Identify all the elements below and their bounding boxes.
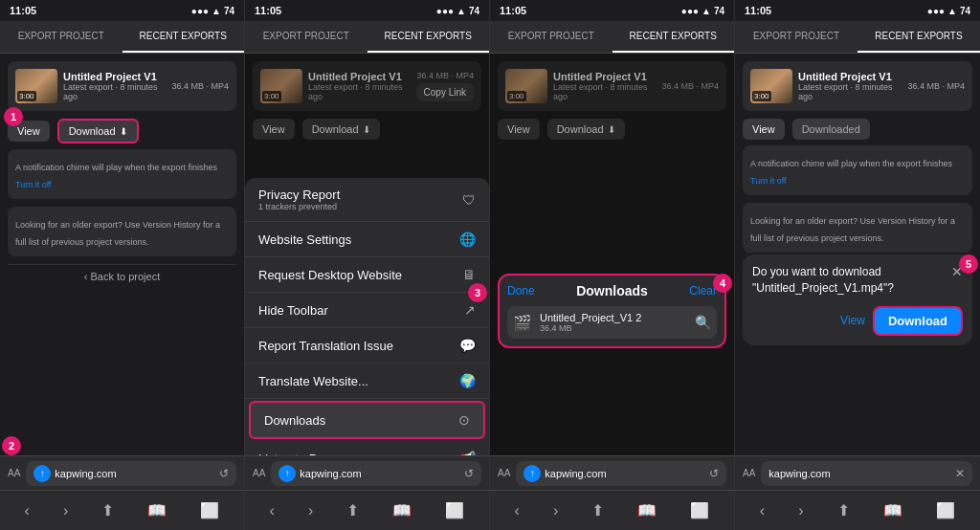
content-area-2: 3:00 Untitled Project V1 Latest export ·…: [245, 54, 489, 455]
url-field-1[interactable]: ↑ kapwing.com ↺: [26, 461, 236, 486]
dialog-view-link-4[interactable]: View: [840, 314, 865, 327]
tabs-bar-3: EXPORT PROJECT RECENT EXPORTS: [490, 21, 734, 54]
aa-label-4: AA: [743, 468, 755, 478]
privacy-icon-2: 🛡: [462, 192, 476, 208]
view-button-4[interactable]: View: [743, 119, 785, 140]
bookmarks-icon-4[interactable]: 📖: [883, 501, 902, 519]
done-button-3[interactable]: Done: [507, 284, 535, 298]
battery-icon-1: 74: [224, 6, 234, 16]
downloads-label-2: Downloads: [264, 413, 325, 428]
back-button-1[interactable]: ‹ Back to project: [8, 264, 236, 288]
url-field-2[interactable]: ↑ kapwing.com ↺: [271, 461, 481, 486]
menu-translate-2[interactable]: Translate Website... 🌍: [245, 364, 489, 399]
url-text-4: kapwing.com: [768, 468, 830, 479]
overlay-3: [490, 54, 734, 455]
listen-icon-2: 📢: [459, 451, 476, 455]
download-button-1[interactable]: Download ⬇: [57, 119, 139, 144]
step-badge-3: 3: [468, 283, 487, 302]
tab-recent-exports-3[interactable]: RECENT EXPORTS: [612, 21, 735, 53]
step-badge-4: 4: [713, 274, 732, 293]
file-info-3: Untitled_Project_V1 2 36.4 MB: [540, 312, 687, 333]
tabs-icon-1[interactable]: ⬜: [200, 501, 219, 519]
downloaded-label-4: Downloaded: [802, 123, 860, 135]
thumbnail-4: 3:00: [750, 69, 792, 103]
tab-recent-exports-2[interactable]: RECENT EXPORTS: [368, 21, 490, 53]
forward-nav-icon-1[interactable]: ›: [63, 502, 68, 519]
nav-circle-2: ↑: [278, 465, 296, 482]
menu-privacy-2[interactable]: Privacy Report 1 trackers prevented 🛡: [245, 178, 489, 222]
share-icon-3[interactable]: ⬆: [591, 501, 604, 519]
hidetoolbar-icon-2: ↗: [464, 302, 476, 318]
step-badge-1: 1: [4, 107, 23, 126]
notification-box-1: A notification chime will play when the …: [8, 149, 236, 199]
thumbnail-1: 3:00: [15, 69, 57, 103]
report-icon-2: 💬: [459, 338, 476, 353]
desktop-label-2: Request Desktop Website: [258, 268, 402, 282]
status-icons-3: ●●● ▲ 74: [681, 6, 724, 16]
forward-nav-icon-4[interactable]: ›: [798, 502, 803, 519]
tab-recent-exports-1[interactable]: RECENT EXPORTS: [122, 21, 245, 53]
export-size-4: 36.4 MB · MP4: [907, 81, 965, 91]
search-icon-3[interactable]: 🔍: [695, 315, 711, 330]
dialog-download-button-4[interactable]: Download: [873, 306, 963, 336]
menu-hidetoolbar-2[interactable]: Hide Toolbar ↗: [245, 293, 489, 328]
status-bar-1: 11:05 ●●● ▲ 74: [0, 0, 244, 21]
downloads-panel-3: Done Downloads Clear 🎬 Untitled_Project_…: [498, 274, 726, 348]
tab-recent-exports-4[interactable]: RECENT EXPORTS: [858, 21, 980, 53]
tabs-icon-3[interactable]: ⬜: [690, 501, 709, 519]
back-nav-icon-4[interactable]: ‹: [760, 502, 765, 519]
turn-off-4[interactable]: Turn it off: [750, 176, 787, 186]
panel-3: 11:05 ●●● ▲ 74 EXPORT PROJECT RECENT EXP…: [490, 0, 735, 530]
downloads-title-3: Downloads: [535, 283, 690, 298]
menu-downloads-2[interactable]: Downloads ⊙: [249, 401, 485, 439]
address-bar-2: AA ↑ kapwing.com ↺: [245, 455, 489, 490]
menu-website-2[interactable]: Website Settings 🌐: [245, 222, 489, 257]
url-field-3[interactable]: ↑ kapwing.com ↺: [516, 461, 726, 486]
reload-icon-2[interactable]: ↺: [464, 467, 474, 480]
status-bar-3: 11:05 ●●● ▲ 74: [490, 0, 734, 21]
url-field-4[interactable]: kapwing.com ✕: [761, 461, 972, 486]
tab-export-project-2[interactable]: EXPORT PROJECT: [245, 21, 368, 53]
version-text-1: Looking for an older export? Use Version…: [15, 220, 220, 247]
tab-export-project-4[interactable]: EXPORT PROJECT: [735, 21, 858, 53]
content-area-4: 3:00 Untitled Project V1 Latest export ·…: [735, 54, 980, 455]
status-icons-2: ●●● ▲ 74: [436, 6, 479, 16]
back-nav-icon-1[interactable]: ‹: [25, 502, 30, 519]
turn-off-1[interactable]: Turn it off: [15, 180, 52, 189]
bookmarks-icon-1[interactable]: 📖: [147, 501, 167, 519]
url-text-1: kapwing.com: [55, 468, 116, 479]
reload-icon-1[interactable]: ↺: [219, 467, 229, 480]
menu-desktop-2[interactable]: Request Desktop Website 🖥: [245, 257, 489, 293]
content-area-1: 3:00 Untitled Project V1 Latest export ·…: [0, 54, 244, 455]
nav-circle-3: ↑: [523, 465, 541, 482]
share-icon-4[interactable]: ⬆: [837, 501, 850, 519]
aa-label-2: AA: [253, 468, 265, 478]
share-icon-2[interactable]: ⬆: [346, 501, 359, 519]
tab-export-project-3[interactable]: EXPORT PROJECT: [490, 21, 612, 53]
time-4: 11:05: [745, 5, 771, 16]
tabs-icon-4[interactable]: ⬜: [936, 501, 955, 519]
version-box-4: Looking for an older export? Use Version…: [743, 203, 972, 253]
report-label-2: Report Translation Issue: [258, 339, 393, 353]
bookmarks-icon-2[interactable]: 📖: [392, 501, 412, 519]
bookmarks-icon-3[interactable]: 📖: [637, 501, 657, 519]
time-3: 11:05: [500, 5, 526, 16]
downloaded-button-4[interactable]: Downloaded: [792, 119, 870, 140]
website-label-2: Website Settings: [258, 232, 351, 247]
back-nav-icon-3[interactable]: ‹: [515, 502, 520, 519]
panel-1: 11:05 ●●● ▲ 74 EXPORT PROJECT RECENT EXP…: [0, 0, 245, 530]
address-bar-3: AA ↑ kapwing.com ↺: [490, 455, 734, 490]
menu-listen-2[interactable]: Listen to Page 📢: [245, 441, 489, 455]
back-nav-icon-2[interactable]: ‹: [270, 502, 275, 519]
bottom-bar-3: ‹ › ⬆ 📖 ⬜: [490, 490, 734, 530]
tabs-icon-2[interactable]: ⬜: [445, 501, 464, 519]
share-icon-1[interactable]: ⬆: [101, 501, 114, 519]
url-text-2: kapwing.com: [300, 468, 361, 479]
forward-nav-icon-3[interactable]: ›: [553, 502, 558, 519]
forward-nav-icon-2[interactable]: ›: [308, 502, 313, 519]
menu-report-2[interactable]: Report Translation Issue 💬: [245, 328, 489, 364]
close-icon-4[interactable]: ✕: [955, 467, 965, 480]
reload-icon-3[interactable]: ↺: [709, 467, 719, 480]
wifi-icon-2: ▲: [457, 6, 466, 16]
tab-export-project-1[interactable]: EXPORT PROJECT: [0, 21, 122, 53]
